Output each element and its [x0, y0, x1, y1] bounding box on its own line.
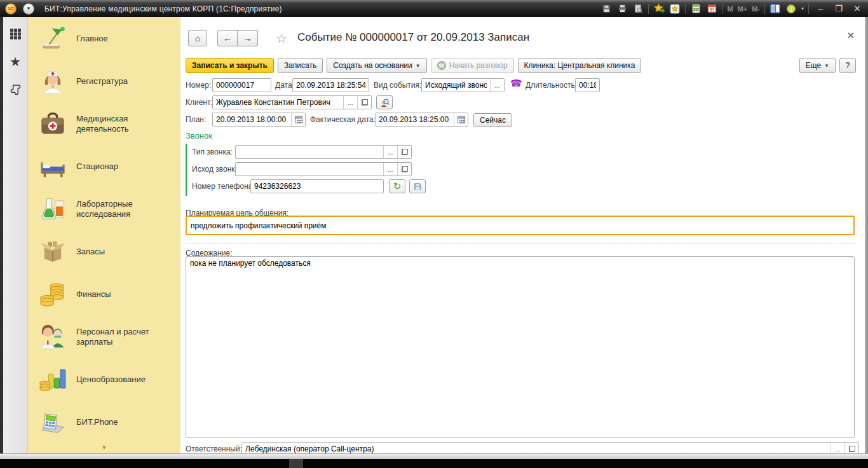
- forward-button[interactable]: →: [238, 30, 258, 46]
- page-title: Событие № 000000017 от 20.09.2013 Записа…: [297, 31, 529, 44]
- event-type-input[interactable]: [422, 79, 490, 92]
- event-type-label: Вид события:: [374, 81, 421, 90]
- tray-separator: [648, 4, 649, 14]
- sidebar-more-button[interactable]: ▼: [28, 444, 180, 451]
- call-outcome-open-button[interactable]: [397, 163, 411, 176]
- phone-device-icon: [38, 408, 67, 437]
- actual-calendar-button[interactable]: [454, 113, 468, 126]
- sidebar-item-finance[interactable]: Финансы: [28, 273, 180, 315]
- goal-input[interactable]: [186, 216, 855, 235]
- save-icon[interactable]: [600, 3, 612, 15]
- calendar-icon[interactable]: 31: [706, 3, 717, 15]
- command-bar: Записать и закрыть Записать Создать на о…: [186, 58, 856, 73]
- create-based-on-button[interactable]: Создать на основании▼: [327, 58, 426, 73]
- call-section-bar: [186, 144, 187, 196]
- box-icon: [38, 237, 67, 266]
- calendar-picker-icon: [295, 116, 302, 123]
- print-preview-icon[interactable]: [632, 3, 644, 15]
- sidebar-item-label: БИТ.Phone: [76, 417, 172, 427]
- sidebar-item-bit-phone[interactable]: БИТ.Phone: [28, 401, 180, 443]
- call-outcome-select-button[interactable]: ...: [383, 163, 397, 176]
- date-input[interactable]: [292, 78, 369, 92]
- memory-plus-button[interactable]: M+: [738, 5, 748, 13]
- client-open-button[interactable]: [357, 96, 371, 109]
- sidebar-item-inventory[interactable]: Запасы: [28, 230, 180, 273]
- sidebar-item-medical-activity[interactable]: Медицинская деятельность: [28, 102, 180, 145]
- main-menu-button[interactable]: ▼: [23, 3, 34, 15]
- memory-recall-button[interactable]: M: [727, 5, 733, 13]
- phone-number-input[interactable]: [250, 179, 384, 193]
- sidebar-item-main[interactable]: Главное: [28, 17, 180, 60]
- calculator-icon[interactable]: [690, 3, 702, 15]
- save-and-close-button[interactable]: Записать и закрыть: [186, 58, 274, 73]
- phone-call-icon: ☎: [437, 61, 446, 70]
- open-icon: [362, 99, 368, 106]
- sidebar-item-pricing[interactable]: Ценообразование: [28, 358, 180, 401]
- window-right-border: [865, 17, 868, 453]
- help-button[interactable]: ?: [839, 58, 856, 73]
- call-type-select-button[interactable]: ...: [383, 146, 397, 158]
- sections-panel: Главное Регистратура Медицинская деятель…: [28, 17, 180, 453]
- minimize-button[interactable]: –: [813, 3, 827, 15]
- add-favorite-icon[interactable]: [653, 3, 665, 15]
- chevron-down-icon: ▼: [416, 63, 421, 69]
- more-button[interactable]: Еще▼: [799, 58, 836, 73]
- sidebar-item-registry[interactable]: Регистратура: [28, 60, 180, 102]
- all-sections-icon[interactable]: [10, 29, 21, 39]
- history-icon[interactable]: [10, 84, 21, 99]
- plan-date-input[interactable]: [213, 113, 291, 126]
- sidebar-item-lab[interactable]: Лабораторные исследования: [28, 188, 180, 230]
- print-icon[interactable]: [616, 3, 628, 15]
- client-search-button[interactable]: [376, 95, 393, 109]
- call-outcome-input[interactable]: [236, 163, 383, 176]
- restore-button[interactable]: ❐: [832, 3, 846, 15]
- memory-minus-button[interactable]: M-: [752, 5, 760, 13]
- phone-save-button[interactable]: [409, 179, 426, 193]
- arrow-right-icon: →: [243, 33, 252, 43]
- date-label: Дата:: [275, 81, 294, 90]
- app-window: 1С ▼ БИТ:Управление медицинским центром …: [0, 0, 868, 459]
- section-divider: [186, 244, 855, 244]
- sidebar-item-label: Главное: [76, 34, 172, 44]
- plan-calendar-button[interactable]: [291, 113, 305, 126]
- favorite-star-icon[interactable]: ☆: [276, 31, 287, 46]
- save-button[interactable]: Записать: [278, 58, 323, 73]
- window-title: БИТ:Управление медицинским центром КОРП …: [44, 4, 282, 13]
- favorites-icon[interactable]: [669, 3, 681, 15]
- favorites-panel-icon[interactable]: ★: [10, 56, 21, 67]
- open-icon: [402, 149, 408, 155]
- sidebar-item-hr-payroll[interactable]: Персонал и расчет зарплаты: [28, 315, 180, 358]
- content-textarea[interactable]: пока не планирует обследоваться: [186, 256, 855, 438]
- home-button[interactable]: ⌂: [188, 30, 207, 46]
- start-call-button[interactable]: ☎Начать разговор: [431, 58, 514, 73]
- open-icon: [402, 166, 408, 172]
- desktop-strip: [0, 459, 868, 468]
- now-button[interactable]: Сейчас: [473, 113, 512, 127]
- call-type-input[interactable]: [236, 146, 383, 158]
- info-icon[interactable]: i: [785, 3, 797, 15]
- number-input[interactable]: [212, 78, 271, 92]
- close-button[interactable]: ✕: [850, 3, 864, 15]
- sidebar-item-label: Стационар: [76, 162, 172, 172]
- client-select-button[interactable]: ...: [343, 96, 357, 109]
- sidebar-item-label: Запасы: [76, 247, 172, 257]
- event-type-select-button[interactable]: ...: [490, 79, 504, 92]
- actual-date-input[interactable]: [376, 113, 454, 126]
- sidebar-item-label: Медицинская деятельность: [76, 114, 172, 134]
- client-input[interactable]: [213, 96, 343, 109]
- refresh-icon: ↻: [393, 181, 402, 192]
- split-window-icon[interactable]: [770, 3, 781, 15]
- phone-refresh-button[interactable]: ↻: [389, 179, 405, 193]
- plan-label: План:: [186, 115, 206, 124]
- back-button[interactable]: ←: [217, 30, 238, 46]
- form-close-icon[interactable]: ✕: [846, 30, 855, 41]
- open-icon: [849, 446, 855, 452]
- chevron-down-icon: ▼: [101, 444, 107, 451]
- duration-input[interactable]: [575, 78, 600, 92]
- call-type-open-button[interactable]: [397, 146, 411, 158]
- clinic-button[interactable]: Клиника: Центральная клиника: [518, 58, 642, 73]
- info-dropdown-icon[interactable]: ▾: [801, 6, 804, 11]
- actual-date-label: Фактическая дата:: [310, 115, 376, 124]
- sidebar-item-hospital[interactable]: Стационар: [28, 145, 180, 188]
- tray-separator: [722, 4, 722, 14]
